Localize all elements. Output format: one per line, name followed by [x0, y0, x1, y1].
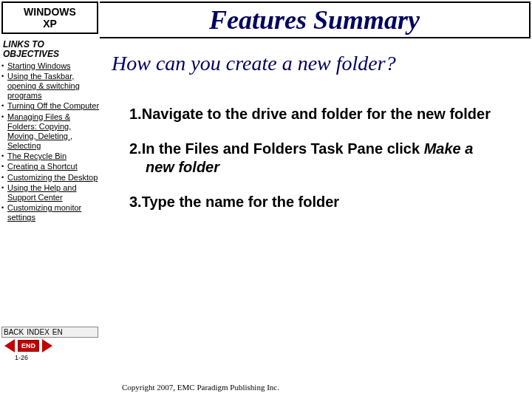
overlay-back-label: BACK [4, 328, 24, 336]
question: How can you create a new folder? [112, 52, 532, 75]
link-text[interactable]: Creating a Shortcut [7, 162, 78, 171]
list-item[interactable]: •Customizing the Desktop [1, 173, 100, 183]
step-text: Type the name for the folder [142, 194, 339, 210]
links-heading: LINKS TO OBJECTIVES [3, 40, 97, 59]
list-item[interactable]: •Turning Off the Computer [1, 101, 100, 111]
overlay-index-label: INDEX [27, 328, 50, 336]
prev-arrow-icon[interactable] [4, 339, 15, 352]
overlay-top-row: BACK INDEX EN [1, 327, 98, 338]
step-num: 3. [129, 194, 142, 210]
list-item[interactable]: •Starting Windows [1, 61, 100, 71]
overlay-en-label: EN [52, 328, 63, 336]
link-text[interactable]: The Recycle Bin [7, 151, 66, 161]
link-text[interactable]: Customizing the Desktop [7, 173, 98, 183]
step-num: 2. [129, 140, 142, 157]
step-3: 3.Type the name for the folder [129, 193, 502, 211]
list-item[interactable]: •Creating a Shortcut [1, 162, 100, 171]
bullet-icon: • [1, 101, 7, 111]
slide-number: 1-26 [1, 354, 98, 361]
title-bar: Features Summary [100, 1, 531, 38]
step-text: Navigate to the drive and folder for the… [142, 106, 491, 122]
link-text[interactable]: Using the Taskbar, opening & switching p… [7, 72, 100, 101]
list-item[interactable]: •Using the Taskbar, opening & switching … [1, 72, 100, 101]
steps: 1.Navigate to the drive and folder for t… [129, 105, 502, 211]
list-item[interactable]: •Using the Help and Support Center [1, 183, 100, 202]
logo-line1: WINDOWS [4, 6, 95, 18]
link-text[interactable]: Turning Off the Computer [7, 101, 99, 111]
step-text: In the Files and Folders Task Pane click [142, 140, 424, 157]
link-text[interactable]: Using the Help and Support Center [7, 183, 100, 202]
page-title: Features Summary [209, 4, 420, 35]
list-item[interactable]: •Managing Files & Folders: Copying, Movi… [1, 112, 100, 151]
logo-box: WINDOWS XP [1, 1, 98, 34]
bullet-icon: • [1, 183, 7, 193]
list-item[interactable]: •The Recycle Bin [1, 151, 100, 161]
bullet-icon: • [1, 112, 7, 122]
bullet-icon: • [1, 203, 7, 213]
list-item[interactable]: •Customizing monitor settings [1, 203, 100, 222]
link-text[interactable]: Managing Files & Folders: Copying, Movin… [7, 112, 100, 151]
next-arrow-icon[interactable] [42, 339, 52, 352]
end-button[interactable]: END [18, 340, 39, 352]
step-2: 2.In the Files and Folders Task Pane cli… [129, 140, 502, 177]
nav-row: END [1, 339, 98, 352]
bullet-icon: • [1, 61, 7, 71]
bullet-icon: • [1, 72, 7, 81]
step-1: 1.Navigate to the drive and folder for t… [129, 105, 502, 123]
link-text[interactable]: Customizing monitor settings [7, 203, 100, 222]
links-list: •Starting Windows •Using the Taskbar, op… [0, 61, 100, 223]
nav-overlay: BACK INDEX EN END 1-26 [1, 327, 98, 361]
link-text[interactable]: Starting Windows [7, 61, 71, 71]
step-num: 1. [129, 106, 142, 122]
bullet-icon: • [1, 173, 7, 183]
bullet-icon: • [1, 162, 7, 171]
copyright: Copyright 2007, EMC Paradigm Publishing … [122, 383, 279, 392]
logo-line2: XP [4, 18, 95, 30]
bullet-icon: • [1, 151, 7, 161]
sidebar: WINDOWS XP LINKS TO OBJECTIVES •Starting… [0, 0, 100, 399]
main: Features Summary How can you create a ne… [100, 0, 532, 399]
